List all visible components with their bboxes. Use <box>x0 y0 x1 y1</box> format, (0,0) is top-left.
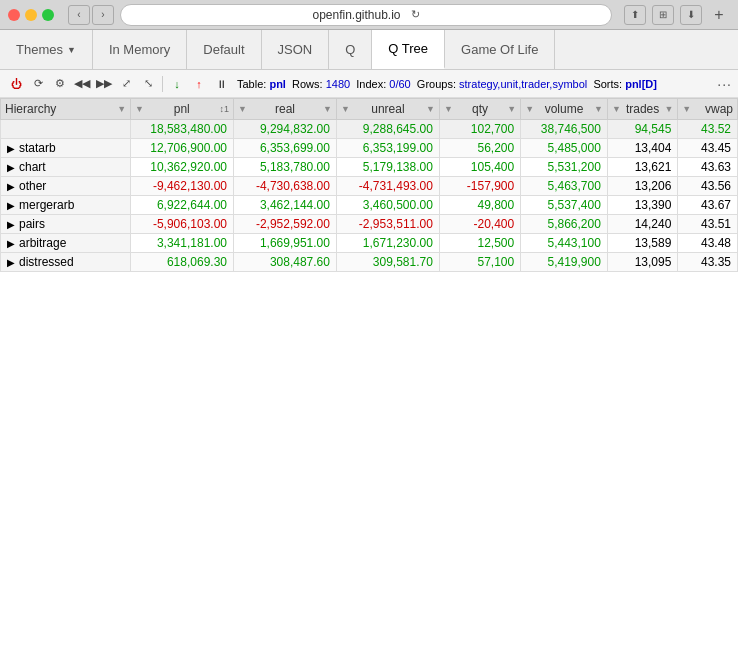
download-data-button[interactable]: ↓ <box>167 74 187 94</box>
trades-filter-right[interactable]: ▼ <box>664 104 673 114</box>
col-volume-label: volume <box>545 102 584 116</box>
col-vwap-label: vwap <box>705 102 733 116</box>
unreal-filter-right[interactable]: ▼ <box>426 104 435 114</box>
prev-button[interactable]: ◀◀ <box>72 74 92 94</box>
grid-button[interactable]: ⊞ <box>652 5 674 25</box>
download-button[interactable]: ⬇ <box>680 5 702 25</box>
row-volume-2: 5,463,700 <box>521 177 608 196</box>
titlebar: ‹ › openfin.github.io ↻ ⬆ ⊞ ⬇ + <box>0 0 738 30</box>
row-pnl-0: 12,706,900.00 <box>131 139 234 158</box>
tab-game-of-life[interactable]: Game Of Life <box>445 30 555 69</box>
col-header-volume[interactable]: ▼ volume ▼ <box>521 99 608 120</box>
traffic-lights <box>8 9 54 21</box>
row-qty-3: 49,800 <box>439 196 520 215</box>
table-info: Table: pnl Rows: 1480 Index: 0/60 Groups… <box>237 78 657 90</box>
vwap-filter-left[interactable]: ▼ <box>682 104 691 114</box>
table-row[interactable]: ▶distressed 618,069.30 308,487.60 309,58… <box>1 253 738 272</box>
row-hierarchy-1: ▶chart <box>1 158 131 177</box>
row-pnl-5: 3,341,181.00 <box>131 234 234 253</box>
col-real-label: real <box>275 102 295 116</box>
pnl-sort-icon[interactable]: ↕1 <box>219 104 229 114</box>
expand-arrow-1[interactable]: ▶ <box>7 162 15 173</box>
tab-default[interactable]: Default <box>187 30 261 69</box>
total-row: 18,583,480.00 9,294,832.00 9,288,645.00 … <box>1 120 738 139</box>
trades-filter-left[interactable]: ▼ <box>612 104 621 114</box>
row-unreal-6: 309,581.70 <box>336 253 439 272</box>
table-row[interactable]: ▶mergerarb 6,922,644.00 3,462,144.00 3,4… <box>1 196 738 215</box>
close-button[interactable] <box>8 9 20 21</box>
row-hierarchy-3: ▶mergerarb <box>1 196 131 215</box>
qty-filter-left[interactable]: ▼ <box>444 104 453 114</box>
col-unreal-label: unreal <box>371 102 404 116</box>
row-pnl-4: -5,906,103.00 <box>131 215 234 234</box>
tab-q-tree[interactable]: Q Tree <box>372 30 445 69</box>
more-options-button[interactable]: ··· <box>717 76 732 92</box>
total-vwap: 43.52 <box>678 120 738 139</box>
tab-q-label: Q <box>345 42 355 57</box>
row-hierarchy-4: ▶pairs <box>1 215 131 234</box>
minimize-button[interactable] <box>25 9 37 21</box>
expand-arrow-3[interactable]: ▶ <box>7 200 15 211</box>
maximize-button[interactable] <box>42 9 54 21</box>
expand-arrow-4[interactable]: ▶ <box>7 219 15 230</box>
tab-in-memory[interactable]: In Memory <box>93 30 187 69</box>
table-row[interactable]: ▶other -9,462,130.00 -4,730,638.00 -4,73… <box>1 177 738 196</box>
table-row[interactable]: ▶statarb 12,706,900.00 6,353,699.00 6,35… <box>1 139 738 158</box>
col-pnl-label: pnl <box>174 102 190 116</box>
table-row[interactable]: ▶arbitrage 3,341,181.00 1,669,951.00 1,6… <box>1 234 738 253</box>
pnl-filter-left[interactable]: ▼ <box>135 104 144 114</box>
col-header-pnl[interactable]: ▼ pnl ↕1 <box>131 99 234 120</box>
new-tab-button[interactable]: + <box>708 5 730 25</box>
real-filter-left[interactable]: ▼ <box>238 104 247 114</box>
row-unreal-5: 1,671,230.00 <box>336 234 439 253</box>
tab-json[interactable]: JSON <box>262 30 330 69</box>
reload-icon[interactable]: ↻ <box>411 8 420 21</box>
row-trades-2: 13,206 <box>607 177 677 196</box>
expand-arrow-2[interactable]: ▶ <box>7 181 15 192</box>
col-header-hierarchy[interactable]: Hierarchy ▼ <box>1 99 131 120</box>
table-row[interactable]: ▶chart 10,362,920.00 5,183,780.00 5,179,… <box>1 158 738 177</box>
expand-arrow-0[interactable]: ▶ <box>7 143 15 154</box>
row-pnl-6: 618,069.30 <box>131 253 234 272</box>
row-vwap-2: 43.56 <box>678 177 738 196</box>
expand-arrow-6[interactable]: ▶ <box>7 257 15 268</box>
total-trades: 94,545 <box>607 120 677 139</box>
tab-themes[interactable]: Themes ▼ <box>0 30 93 69</box>
row-hierarchy-5: ▶arbitrage <box>1 234 131 253</box>
row-qty-6: 57,100 <box>439 253 520 272</box>
url-bar[interactable]: openfin.github.io ↻ <box>120 4 612 26</box>
share-button[interactable]: ⬆ <box>624 5 646 25</box>
expand-all-button[interactable]: ⤢ <box>116 74 136 94</box>
settings-button[interactable]: ⚙ <box>50 74 70 94</box>
upload-data-button[interactable]: ↑ <box>189 74 209 94</box>
expand-arrow-5[interactable]: ▶ <box>7 238 15 249</box>
row-volume-5: 5,443,100 <box>521 234 608 253</box>
row-pnl-1: 10,362,920.00 <box>131 158 234 177</box>
col-hierarchy-label: Hierarchy <box>5 102 56 116</box>
reset-button[interactable]: ⟳ <box>28 74 48 94</box>
tab-q[interactable]: Q <box>329 30 372 69</box>
col-header-real[interactable]: ▼ real ▼ <box>234 99 337 120</box>
next-button[interactable]: ▶▶ <box>94 74 114 94</box>
real-filter-right[interactable]: ▼ <box>323 104 332 114</box>
back-button[interactable]: ‹ <box>68 5 90 25</box>
col-header-trades[interactable]: ▼ trades ▼ <box>607 99 677 120</box>
hierarchy-filter-icon[interactable]: ▼ <box>117 104 126 114</box>
row-pnl-3: 6,922,644.00 <box>131 196 234 215</box>
col-header-unreal[interactable]: ▼ unreal ▼ <box>336 99 439 120</box>
qty-filter-right[interactable]: ▼ <box>507 104 516 114</box>
unreal-filter-left[interactable]: ▼ <box>341 104 350 114</box>
col-header-vwap[interactable]: ▼ vwap <box>678 99 738 120</box>
table-row[interactable]: ▶pairs -5,906,103.00 -2,952,592.00 -2,95… <box>1 215 738 234</box>
collapse-all-button[interactable]: ⤡ <box>138 74 158 94</box>
row-qty-4: -20,400 <box>439 215 520 234</box>
separator <box>162 76 163 92</box>
pause-button[interactable]: ⏸ <box>211 74 231 94</box>
power-button[interactable]: ⏻ <box>6 74 26 94</box>
volume-filter-right[interactable]: ▼ <box>594 104 603 114</box>
volume-filter-left[interactable]: ▼ <box>525 104 534 114</box>
col-trades-label: trades <box>626 102 659 116</box>
nav-arrows: ‹ › <box>68 5 114 25</box>
col-header-qty[interactable]: ▼ qty ▼ <box>439 99 520 120</box>
forward-button[interactable]: › <box>92 5 114 25</box>
